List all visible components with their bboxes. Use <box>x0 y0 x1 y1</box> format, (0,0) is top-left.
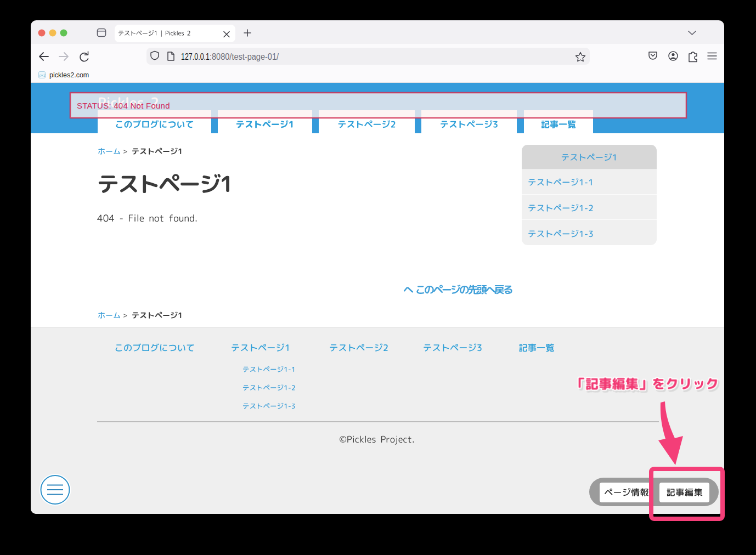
svg-text:STATUS: 404 Not Found: STATUS: 404 Not Found <box>77 101 170 110</box>
svg-text:127.0.0.1: 127.0.0.1 <box>181 52 210 61</box>
svg-text:pickles2.com: pickles2.com <box>49 71 89 79</box>
svg-text::8080/test-page-01/: :8080/test-page-01/ <box>210 52 279 61</box>
